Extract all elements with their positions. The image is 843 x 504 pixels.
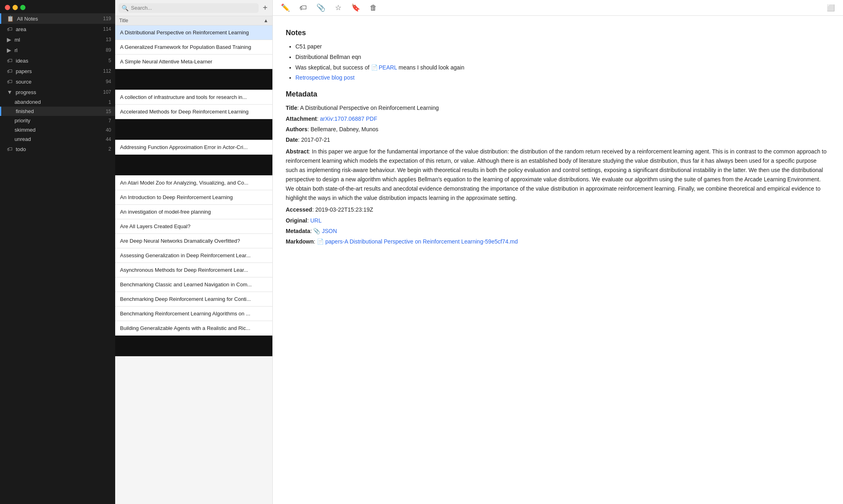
meta-attachment-row: Attachment: arXiv:1707.06887 PDF: [286, 114, 830, 123]
list-item[interactable]: Benchmarking Reinforcement Learning Algo…: [115, 307, 272, 321]
note-item-2: Distributional Bellman eqn: [295, 52, 830, 62]
tag-source-icon: 🏷: [7, 78, 13, 85]
note-item-1: C51 paper: [295, 42, 830, 52]
bookmark-button[interactable]: 🔖: [350, 2, 362, 13]
notes-section-title: Notes: [286, 29, 830, 37]
list-item[interactable]: An investigation of model-free planning: [115, 205, 272, 219]
sidebar-item-progress[interactable]: ▼ progress 107: [0, 87, 115, 97]
area-label: area: [16, 26, 103, 32]
sidebar-child-unread[interactable]: unread 44: [0, 134, 115, 144]
list-header: 🔍 +: [115, 0, 272, 16]
sort-icon[interactable]: ▲: [263, 18, 268, 23]
markdown-link[interactable]: papers-A Distributional Perspective on R…: [325, 238, 518, 245]
close-button[interactable]: [5, 5, 10, 10]
metadata-section: Title: A Distributional Perspective on R…: [286, 103, 830, 246]
list-items: A Distributional Perspective on Reinforc…: [115, 25, 272, 504]
star-button[interactable]: ☆: [333, 2, 343, 13]
attachment-link[interactable]: arXiv:1707.06887 PDF: [320, 116, 377, 122]
detail-panel: Notes C51 paper Distributional Bellman e…: [273, 16, 843, 504]
list-item[interactable]: Building Generalizable Agents with a Rea…: [115, 321, 272, 336]
sidebar-item-source[interactable]: 🏷 source 94: [0, 76, 115, 87]
note-item-3: Was skeptical, but success of 📄PEARL mea…: [295, 63, 830, 73]
sidebar-item-area[interactable]: 🏷 area 114: [0, 24, 115, 34]
meta-title-row: Title: A Distributional Perspective on R…: [286, 103, 830, 112]
list-item[interactable]: A Simple Neural Attentive Meta-Learner: [115, 55, 272, 69]
json-link[interactable]: JSON: [322, 228, 337, 234]
list-item-redacted[interactable]: [115, 69, 272, 90]
sidebar-item-all-notes[interactable]: 📋 All Notes 119: [0, 13, 115, 24]
meta-accessed-row: Accessed: 2019-03-22T15:23:19Z: [286, 205, 830, 214]
markdown-doc-icon: 📄: [317, 238, 324, 245]
list-item[interactable]: Accelerated Methods for Deep Reinforceme…: [115, 105, 272, 119]
notes-list: C51 paper Distributional Bellman eqn Was…: [286, 42, 830, 83]
list-item-redacted[interactable]: [115, 119, 272, 140]
meta-abstract-row: Abstract: In this paper we argue for the…: [286, 147, 830, 203]
retrospective-link[interactable]: Retrospective blog post: [295, 74, 354, 81]
trash-button[interactable]: 🗑: [368, 3, 379, 13]
tag-icon: 🏷: [7, 26, 13, 32]
search-input[interactable]: [131, 5, 255, 11]
list-item-redacted[interactable]: [115, 336, 272, 357]
search-box[interactable]: 🔍: [118, 3, 259, 13]
pearl-link[interactable]: PEARL: [379, 64, 397, 71]
sidebar: 📋 All Notes 119 🏷 area 114 ▶ ml 13 ▶ rl …: [0, 0, 115, 504]
chevron-down-icon: ▼: [7, 89, 13, 95]
note-item-4: Retrospective blog post: [295, 73, 830, 83]
search-icon: 🔍: [122, 5, 129, 11]
chevron-right-icon: ▶: [7, 36, 11, 43]
list-item[interactable]: A Generalized Framework for Population B…: [115, 40, 272, 55]
tag-papers-icon: 🏷: [7, 68, 13, 74]
list-panel: 🔍 + Title ▲ A Distributional Perspective…: [115, 0, 273, 504]
tag-ideas-icon: 🏷: [7, 57, 13, 64]
list-item[interactable]: Are All Layers Created Equal?: [115, 219, 272, 234]
meta-date-row: Date: 2017-07-21: [286, 135, 830, 144]
list-item[interactable]: Benchmarking Deep Reinforcement Learning…: [115, 292, 272, 307]
list-item[interactable]: An Atari Model Zoo for Analyzing, Visual…: [115, 176, 272, 190]
column-title-label: Title: [119, 18, 128, 23]
list-item[interactable]: A collection of infrastructure and tools…: [115, 90, 272, 105]
edit-button[interactable]: ✏️: [279, 2, 291, 13]
detail-toolbar: ✏️ 🏷 📎 ☆ 🔖 🗑 ⬜: [273, 0, 843, 16]
detail-wrapper: ✏️ 🏷 📎 ☆ 🔖 🗑 ⬜ Notes C51 paper Distribut…: [273, 0, 843, 504]
pearl-doc-icon: 📄: [371, 64, 378, 71]
list-item[interactable]: Addressing Function Approximation Error …: [115, 140, 272, 155]
sidebar-child-finished[interactable]: finished 15: [0, 107, 115, 116]
sidebar-child-priority[interactable]: priority 7: [0, 116, 115, 125]
area-count: 114: [103, 26, 111, 32]
expand-button[interactable]: ⬜: [825, 3, 837, 13]
window-controls: [0, 0, 115, 13]
all-notes-count: 119: [103, 16, 111, 21]
list-item[interactable]: Assessing Generalization in Deep Reinfor…: [115, 248, 272, 263]
notes-icon: 📋: [7, 15, 14, 22]
tag-button[interactable]: 🏷: [298, 3, 308, 13]
list-item[interactable]: An Introduction to Deep Reinforcement Le…: [115, 190, 272, 205]
metadata-section-title: Metadata: [286, 90, 830, 99]
meta-metadata-row: Metadata: 📎JSON: [286, 227, 830, 235]
minimize-button[interactable]: [13, 5, 18, 10]
list-item-redacted[interactable]: [115, 155, 272, 176]
sidebar-child-skimmed[interactable]: skimmed 40: [0, 125, 115, 134]
list-item[interactable]: A Distributional Perspective on Reinforc…: [115, 25, 272, 40]
tag-todo-icon: 🏷: [7, 146, 13, 152]
sidebar-item-todo[interactable]: 🏷 todo 2: [0, 144, 115, 154]
meta-authors-row: Authors: Bellemare, Dabney, Munos: [286, 125, 830, 134]
meta-markdown-row: Markdown: 📄papers-A Distributional Persp…: [286, 237, 830, 246]
chevron-right-icon-rl: ▶: [7, 47, 11, 53]
list-item[interactable]: Asynchronous Methods for Deep Reinforcem…: [115, 263, 272, 277]
list-item[interactable]: Are Deep Neural Networks Dramatically Ov…: [115, 234, 272, 248]
list-item[interactable]: Benchmarking Classic and Learned Navigat…: [115, 277, 272, 292]
sidebar-item-ideas[interactable]: 🏷 ideas 5: [0, 55, 115, 66]
sidebar-child-abandoned[interactable]: abandoned 1: [0, 97, 115, 107]
sidebar-item-papers[interactable]: 🏷 papers 112: [0, 66, 115, 76]
original-url-link[interactable]: URL: [310, 217, 322, 224]
metadata-attachment-icon: 📎: [313, 228, 320, 234]
attach-button[interactable]: 📎: [315, 2, 327, 13]
sidebar-item-ml[interactable]: ▶ ml 13: [0, 34, 115, 45]
meta-original-row: Original: URL: [286, 216, 830, 225]
list-toolbar: Title ▲: [115, 16, 272, 25]
all-notes-label: All Notes: [17, 16, 103, 22]
new-note-button[interactable]: +: [261, 2, 269, 13]
maximize-button[interactable]: [20, 5, 25, 10]
sidebar-item-rl[interactable]: ▶ rl 89: [0, 45, 115, 55]
